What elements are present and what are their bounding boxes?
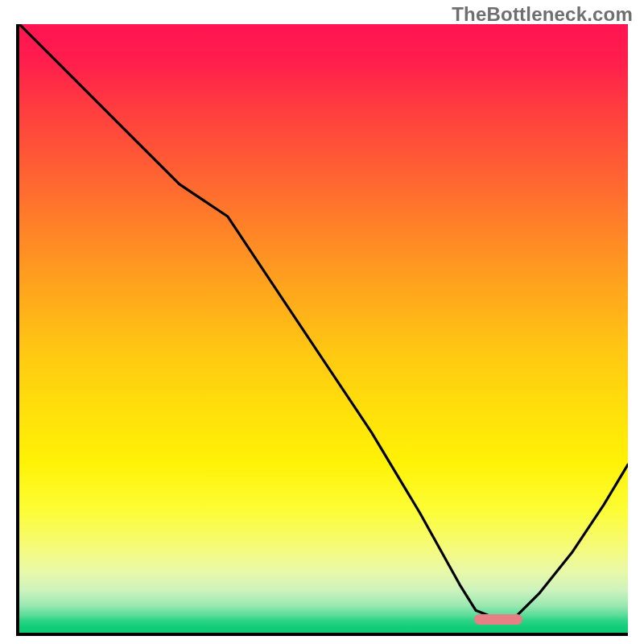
bottleneck-curve: [19, 24, 628, 633]
optimum-marker: [474, 614, 522, 625]
chart-canvas: TheBottleneck.com: [0, 0, 644, 644]
watermark-text: TheBottleneck.com: [452, 3, 633, 26]
plot-area: [16, 24, 628, 636]
